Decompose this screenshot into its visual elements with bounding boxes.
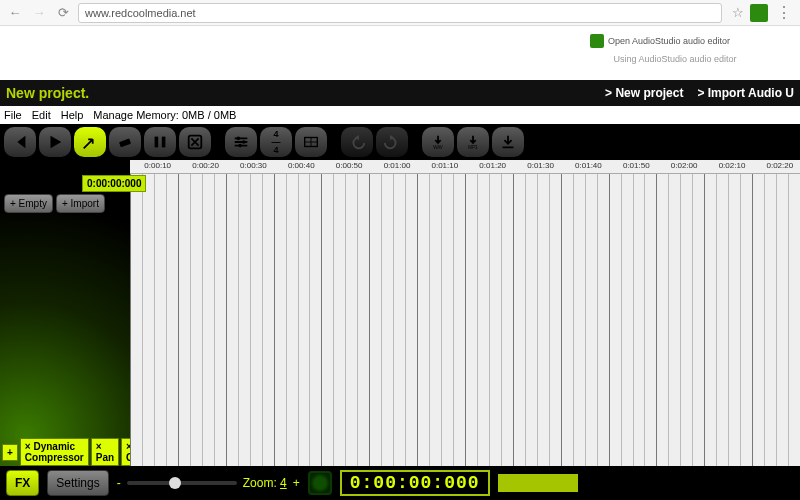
zoom-slider-thumb[interactable] [169, 477, 181, 489]
zoom-control: - Zoom: 4 + [117, 476, 300, 490]
menu-icon[interactable]: ⋮ [774, 3, 794, 22]
fx-chip-pan[interactable]: × Pan [91, 438, 119, 466]
menu-memory: Manage Memory: 0MB / 0MB [93, 109, 236, 121]
import-audio-link[interactable]: > Import Audio U [697, 86, 794, 100]
play-button[interactable] [39, 127, 71, 157]
new-project-link[interactable]: > New project [605, 86, 683, 100]
toolbar: 4—4 WAV MP3 [0, 124, 800, 160]
export-mp3-button[interactable]: MP3 [457, 127, 489, 157]
ext-subtext: Using AudioStudio audio editor [590, 54, 760, 64]
delete-button[interactable] [179, 127, 211, 157]
svg-point-6 [238, 144, 242, 148]
import-track-button[interactable]: + Import [56, 194, 105, 213]
forward-icon[interactable]: → [30, 4, 48, 22]
project-title: New project. [6, 85, 89, 101]
zoom-slider[interactable] [127, 481, 237, 485]
menu-edit[interactable]: Edit [32, 109, 51, 121]
browser-chrome: ← → ⟳ www.redcoolmedia.net ☆ ⋮ [0, 0, 800, 26]
svg-rect-2 [162, 137, 166, 148]
fx-panel-button[interactable]: FX [6, 470, 39, 496]
level-meter [498, 474, 578, 492]
time-ruler: 0:00:100:00:200:00:300:00:400:00:500:01:… [130, 160, 800, 174]
footer: FX Settings - Zoom: 4 + 0:00:00:000 [0, 466, 800, 500]
undo-button[interactable] [341, 127, 373, 157]
fx-chip-compressor[interactable]: × Dynamic Compressor [20, 438, 89, 466]
extension-small-icon [590, 34, 604, 48]
rewind-button[interactable] [4, 127, 36, 157]
split-tool-button[interactable] [144, 127, 176, 157]
svg-rect-1 [155, 137, 159, 148]
zoom-label: Zoom: [243, 476, 280, 490]
menu-bar: File Edit Help Manage Memory: 0MB / 0MB [0, 106, 800, 124]
pointer-tool-button[interactable] [74, 127, 106, 157]
extension-popup-area: Open AudioStudio audio editor Using Audi… [0, 26, 800, 80]
svg-point-5 [242, 140, 246, 144]
zoom-value: 4 [280, 476, 287, 490]
svg-rect-0 [119, 139, 131, 148]
menu-help[interactable]: Help [61, 109, 84, 121]
time-signature-button[interactable]: 4—4 [260, 127, 292, 157]
bookmark-icon[interactable]: ☆ [732, 5, 744, 20]
reload-icon[interactable]: ⟳ [54, 4, 72, 22]
add-empty-track-button[interactable]: + Empty [4, 194, 53, 213]
app-header: New project. > New project > Import Audi… [0, 80, 800, 106]
url-text: www.redcoolmedia.net [85, 7, 196, 19]
extension-icon[interactable] [750, 4, 768, 22]
timeline-grid [130, 174, 800, 466]
settings-button[interactable]: Settings [47, 470, 108, 496]
menu-file[interactable]: File [4, 109, 22, 121]
svg-text:MP3: MP3 [468, 145, 478, 150]
main-area: 0:00:00:000 + Empty + Import + × Dynamic… [0, 160, 800, 466]
grid-button[interactable] [295, 127, 327, 157]
zoom-in-button[interactable]: + [293, 476, 300, 490]
eraser-tool-button[interactable] [109, 127, 141, 157]
sidebar: 0:00:00:000 + Empty + Import + × Dynamic… [0, 160, 130, 466]
svg-point-4 [237, 137, 241, 141]
redo-button[interactable] [376, 127, 408, 157]
zoom-out-button[interactable]: - [117, 476, 121, 490]
timeline[interactable]: 0:00:100:00:200:00:300:00:400:00:500:01:… [130, 160, 800, 466]
svg-text:WAV: WAV [433, 145, 443, 150]
back-icon[interactable]: ← [6, 4, 24, 22]
audio-studio-app: New project. > New project > Import Audi… [0, 80, 800, 500]
ext-tooltip: Open AudioStudio audio editor [608, 36, 730, 46]
fx-add-button[interactable]: + [2, 444, 18, 461]
export-wav-button[interactable]: WAV [422, 127, 454, 157]
download-button[interactable] [492, 127, 524, 157]
playhead-timecode: 0:00:00:000 [82, 175, 146, 192]
record-button[interactable] [308, 471, 332, 495]
address-bar[interactable]: www.redcoolmedia.net [78, 3, 722, 23]
mixer-button[interactable] [225, 127, 257, 157]
transport-clock: 0:00:00:000 [340, 470, 490, 496]
